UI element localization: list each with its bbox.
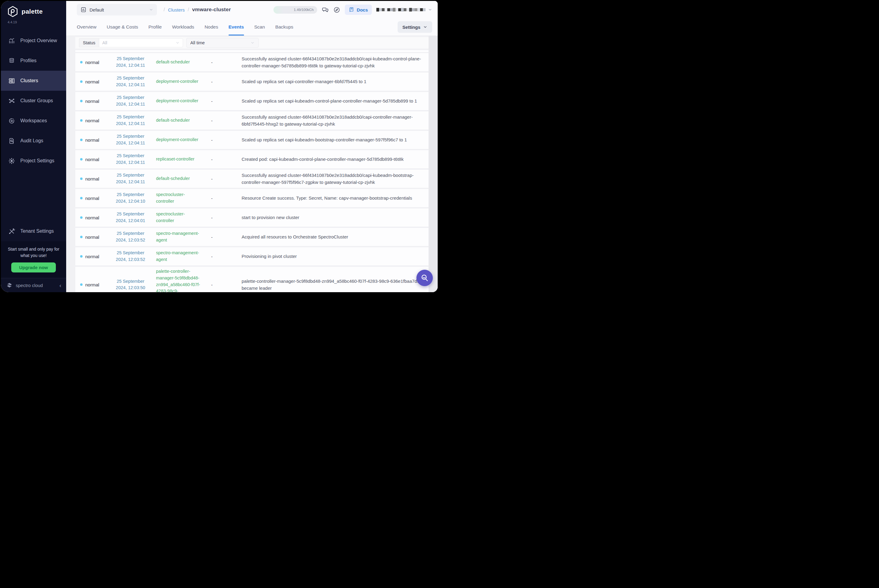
tab-profile[interactable]: Profile [149,18,162,36]
tab-usage-costs[interactable]: Usage & Costs [107,18,138,36]
event-status-cell: normal [75,234,110,240]
book-icon [349,7,354,12]
event-timestamp: 25 September 2024, 12:04:11 [110,56,150,69]
table-row: normal25 September 2024, 12:03:52spectro… [75,247,430,266]
sidebar-item-label: Clusters [20,78,38,83]
event-timestamp: 25 September 2024, 12:04:10 [110,192,150,205]
event-source: spectrocluster-controller [150,211,203,224]
sidebar-item-label: Tenant Settings [20,228,54,234]
event-status-cell: normal [75,215,110,220]
time-range-select[interactable]: All time [186,38,258,48]
sidebar-item-project-settings[interactable]: Project Settings [1,151,66,171]
status-dot [80,236,83,238]
right-gutter [428,36,438,292]
event-message: Scaled up replica set capi-controller-ma… [221,78,430,85]
event-status-cell: normal [75,138,110,142]
event-timestamp: 25 September 2024, 12:04:11 [110,94,150,108]
sidebar-item-profiles[interactable]: Profiles [1,51,66,71]
event-status: normal [85,282,99,287]
status-filter-select[interactable]: All [99,38,183,47]
chat-icon[interactable] [322,6,329,14]
docs-label: Docs [357,7,368,12]
sidebar-item-project-overview[interactable]: Project Overview [1,31,66,51]
event-detail: - [203,118,221,123]
event-detail: - [203,157,221,162]
event-timestamp: 25 September 2024, 12:03:50 [110,278,150,292]
table-row: normal25 September 2024, 12:04:11deploym… [75,72,430,91]
event-source: spectro-management-agent [150,230,203,244]
table-row: normal25 September 2024, 12:04:10spectro… [75,189,430,207]
event-status: normal [85,60,99,65]
sidebar-item-cluster-groups[interactable]: Cluster Groups [1,91,66,111]
tab-nodes[interactable]: Nodes [204,18,218,36]
tools-icon [8,228,15,235]
tab-backups[interactable]: Backups [275,18,293,36]
magnifier-icon [421,274,429,282]
event-message: palette-controller-manager-5c9f8dbd48-zn… [221,278,430,292]
event-message: Scaled up replica set capi-kubeadm-boots… [221,136,430,143]
logo-text: palette [21,8,43,15]
floating-search-button[interactable] [416,270,433,286]
table-row: normal25 September 2024, 12:04:11replica… [75,150,430,168]
tab-overview[interactable]: Overview [77,18,96,36]
event-status-cell: normal [75,157,110,162]
chevron-down-icon [250,40,255,45]
table-row: normal25 September 2024, 12:04:11default… [75,111,430,129]
sidebar-collapse-chevron-icon[interactable]: ‹ [60,282,61,288]
time-range-value: All time [190,40,205,45]
palette-app: palette 4.4.19 Project OverviewProfilesC… [1,1,438,292]
event-status-cell: normal [75,60,110,65]
status-dot [80,119,83,122]
audit-logs-icon [8,138,15,144]
project-overview-icon [8,38,15,44]
settings-button[interactable]: Settings [398,21,432,33]
event-status: normal [85,254,99,259]
table-row: normal25 September 2024, 12:04:11default… [75,53,430,71]
sidebar-nav: Project OverviewProfilesClustersCluster … [1,31,66,171]
sidebar: palette 4.4.19 Project OverviewProfilesC… [1,1,66,292]
event-detail: - [203,196,221,201]
sidebar-item-label: Project Settings [20,158,54,164]
sidebar-item-audit-logs[interactable]: Audit Logs [1,131,66,151]
event-source: deployment-controller [150,136,203,143]
breadcrumb-clusters-link[interactable]: Clusters [168,7,185,12]
workspaces-icon [8,117,15,124]
compass-icon[interactable] [333,6,340,14]
event-message: Created pod: capi-kubeadm-control-plane-… [221,156,430,163]
upgrade-now-button[interactable]: Upgrade now [11,262,56,273]
event-source: default-scheduler [150,176,203,182]
chevron-down-icon [423,25,427,29]
tab-workloads[interactable]: Workloads [172,18,194,36]
breadcrumb-current: vmware-cluster [192,7,231,13]
project-chart-icon [80,7,87,13]
event-timestamp: 25 September 2024, 12:04:01 [110,211,150,224]
brand-name: spectro cloud [16,283,43,288]
status-dot [80,216,83,219]
docs-button[interactable]: Docs [345,4,372,15]
project-selector[interactable]: Default [77,4,157,15]
tab-events[interactable]: Events [228,18,244,36]
event-message: Scaled up replica set capi-kubeadm-contr… [221,98,430,104]
app-version: 4.4.19 [1,17,66,24]
clipped-row [75,50,430,52]
event-source: default-scheduler [150,117,203,124]
status-dot [80,255,83,258]
sidebar-item-tenant-settings[interactable]: Tenant Settings [1,221,66,241]
event-detail: - [203,234,221,240]
event-detail: - [203,215,221,220]
sidebar-item-clusters[interactable]: Clusters [1,71,66,91]
table-row: normal25 September 2024, 12:04:11deploym… [75,131,430,149]
event-source: spectrocluster-controller [150,192,203,205]
project-selector-value: Default [90,7,146,12]
tab-scan[interactable]: Scan [254,18,265,36]
status-filter[interactable]: Status All [79,38,183,47]
spectro-cloud-logo-icon [6,282,13,289]
sidebar-item-workspaces[interactable]: Workspaces [1,111,66,131]
user-menu[interactable] [376,8,432,12]
event-timestamp: 25 September 2024, 12:03:52 [110,230,150,244]
status-dot [80,61,83,63]
sidebar-item-label: Cluster Groups [20,98,53,104]
event-message: Successfully assigned cluster-66f4341087… [221,172,430,186]
sidebar-item-label: Audit Logs [20,138,44,144]
credits-usage-badge: 1.49/100kCh [273,6,317,14]
